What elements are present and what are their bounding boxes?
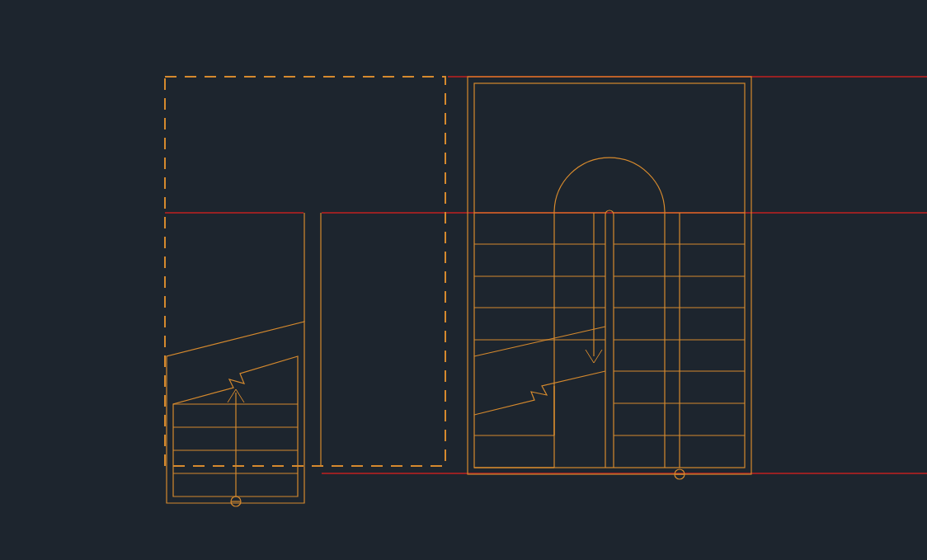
canvas-bg xyxy=(0,0,927,560)
cad-drawing-canvas[interactable] xyxy=(0,0,927,560)
